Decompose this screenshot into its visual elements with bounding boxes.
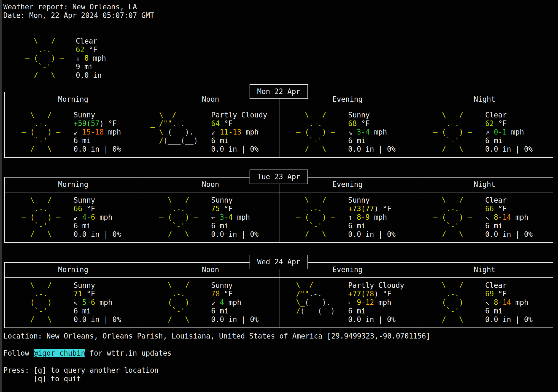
temperature-text: 66 °F	[74, 205, 121, 213]
wind-text-segment: mph	[95, 298, 112, 307]
visibility-text: 6 mi	[74, 136, 121, 145]
visibility-text: 6 mi	[485, 136, 533, 145]
visibility-text-segment: 6 mi	[211, 222, 228, 230]
temperature-text-segment: +77(	[348, 290, 366, 298]
condition-text-segment: Sunny	[211, 281, 233, 289]
condition-text-segment: Clear	[485, 196, 507, 204]
temperature-text-segment: 78	[211, 290, 220, 298]
temperature-text: 62 °F	[76, 45, 106, 54]
forecast-cell: \ / .-. ― ( ) ― `-' / \Sunny71 °F↖ 5-6 m…	[5, 278, 142, 327]
precipitation-text-segment: 0.0 in | 0%	[348, 145, 396, 153]
temperature-text: +73(77) °F	[348, 205, 396, 213]
temperature-text-segment: ) °F	[99, 119, 117, 128]
wind-text: ← 3-4 mph	[211, 213, 258, 222]
forecast-cell: \ / .-. ― ( ) ― `-' / \Sunny+73(77) °F↑ …	[279, 192, 416, 242]
forecast-cell-info: Sunny66 °F↙ 4-6 mph6 mi0.0 in | 0%	[74, 196, 121, 239]
partly-cloudy-icon-cloud-layer: .-. ( ). (___(__)	[146, 111, 198, 145]
wind-text-segment: 8-9	[357, 213, 370, 221]
temperature-text-segment: 66	[74, 205, 82, 213]
wind-text-segment: mph	[89, 54, 106, 62]
wind-text-segment: 4	[220, 298, 224, 307]
wind-text: ↙ 4-6 mph	[74, 213, 121, 222]
forecast-cell: \ / .-. ― ( ) ― `-' / \Clear69 °F↖ 8-14 …	[416, 278, 553, 327]
forecast-table: MorningNoonEveningNight \ / .-. ― ( ) ― …	[4, 92, 553, 158]
period-header: Morning	[5, 263, 142, 278]
forecast-day: Mon 22 AprMorningNoonEveningNight \ / .-…	[4, 92, 553, 158]
wind-text-segment: mph	[511, 298, 529, 307]
date-box: Mon 22 Apr	[249, 84, 308, 99]
temperature-text-segment: °F	[82, 205, 95, 213]
precipitation-text-segment: 0.0 in | 0%	[211, 315, 258, 324]
visibility-text-segment: 6 mi	[485, 136, 503, 145]
wind-text: ↙ 4 mph	[211, 298, 258, 307]
sunny-weather-icon: \ / .-. ― ( ) ― `-' / \	[150, 196, 198, 239]
temperature-text-segment: ) °F	[374, 290, 391, 298]
sunny-weather-icon: \ / .-. ― ( ) ― `-' / \	[13, 196, 60, 239]
precipitation-text: 0.0 in | 0%	[348, 145, 396, 154]
temperature-text-segment: 75	[211, 205, 220, 213]
forecast-day: Tue 23 AprMorningNoonEveningNight \ / .-…	[4, 177, 553, 243]
condition-text-segment: Clear	[485, 111, 507, 119]
condition-text: Clear	[485, 281, 533, 290]
wind-text-segment: ↖	[485, 298, 494, 307]
wind-text: ↖ 5-6 mph	[74, 298, 121, 307]
precipitation-text: 0.0 in | 0%	[485, 315, 533, 324]
forecast-cell: \ / .-. ― ( ) ― `-' / \Sunny78 °F↙ 4 mph…	[142, 278, 279, 327]
condition-text-segment: Sunny	[74, 281, 95, 289]
wind-text-segment: mph	[224, 298, 241, 307]
forecast-cell: \ / .-. ― ( ) ― `-' / \Sunny+59(57) °F↙ …	[5, 107, 142, 157]
condition-text-segment: Clear	[76, 37, 97, 45]
wind-text-segment: ↖	[485, 213, 494, 221]
wind-text: ↑ 8-9 mph	[348, 213, 396, 222]
clear-weather-icon: \ / .-. ― ( ) ― `-' / \	[17, 37, 64, 80]
temperature-text: 69 °F	[485, 290, 533, 298]
temperature-text-segment: ) °F	[374, 205, 391, 213]
wind-text-segment: 12	[365, 298, 374, 307]
visibility-text: 6 mi	[74, 222, 121, 230]
condition-text: Sunny	[74, 281, 121, 290]
temperature-text-segment: °F	[494, 290, 507, 298]
forecast-cell: \ / .-. ― ( ) ― `-' / \Sunny75 °F← 3-4 m…	[142, 192, 279, 242]
precipitation-text-segment: 0.0 in | 0%	[348, 315, 396, 324]
precipitation-text-segment: 0.0 in | 0%	[485, 315, 533, 324]
wind-text-segment: 9	[357, 298, 361, 307]
precipitation-text-segment: 0.0 in | 0%	[74, 230, 121, 238]
forecast-cell-info: Clear69 °F↖ 8-14 mph6 mi0.0 in | 0%	[485, 281, 533, 324]
period-header: Night	[416, 178, 553, 192]
temperature-text-segment: 64	[211, 119, 220, 128]
condition-text-segment: Sunny	[74, 111, 95, 119]
date-box: Tue 23 Apr	[249, 170, 308, 184]
condition-text: Clear	[485, 196, 533, 205]
visibility-text-segment: 6 mi	[348, 307, 366, 315]
forecast-cell: \ / _ /"" \_ / .-. ( ). (___(__)Partly C…	[279, 278, 416, 327]
current-conditions-info: Clear62 °F↓ 8 mph9 mi0.0 in	[76, 37, 106, 80]
visibility-text: 6 mi	[348, 222, 396, 230]
wind-text-segment: -	[498, 298, 503, 307]
wind-text-segment: ↗	[485, 128, 494, 136]
wind-text-segment: mph	[370, 128, 387, 136]
condition-text-segment: Sunny	[348, 196, 370, 204]
condition-text: Sunny	[211, 196, 258, 205]
temperature-text-segment: 62	[76, 45, 84, 54]
temperature-text-segment: 78	[365, 290, 374, 298]
period-header: Morning	[5, 178, 142, 192]
wind-text-segment: mph	[104, 128, 121, 136]
wind-text-segment: ←	[211, 213, 220, 221]
wind-text-segment: 8	[494, 213, 498, 221]
wind-text-segment: ↙	[74, 128, 82, 136]
forecast-cell-info: Clear62 °F↗ 0-1 mph6 mi0.0 in | 0%	[485, 111, 533, 154]
condition-text-segment: Sunny	[74, 196, 95, 204]
temperature-text-segment: °F	[220, 205, 233, 213]
forecast-cell: \ / .-. ― ( ) ― `-' / \Clear66 °F↖ 8-14 …	[416, 192, 553, 242]
forecast-cell: \ / _ /"" \_ / .-. ( ). (___(__)Partly C…	[142, 107, 279, 157]
visibility-text-segment: 9 mi	[76, 63, 93, 71]
terminal-output[interactable]: Weather report: New Orleans, LA Date: Mo…	[0, 0, 558, 383]
follow-prefix: Follow	[3, 349, 34, 357]
temperature-text-segment: 66	[485, 205, 494, 213]
wind-text-segment: -	[91, 128, 95, 136]
forecast-days: Mon 22 AprMorningNoonEveningNight \ / .-…	[3, 92, 558, 328]
precipitation-text: 0.0 in | 0%	[485, 230, 533, 239]
visibility-text-segment: 6 mi	[74, 136, 91, 145]
precipitation-text-segment: 0.0 in | 0%	[485, 230, 533, 238]
forecast-cell: \ / .-. ― ( ) ― `-' / \Clear62 °F↗ 0-1 m…	[416, 107, 553, 157]
